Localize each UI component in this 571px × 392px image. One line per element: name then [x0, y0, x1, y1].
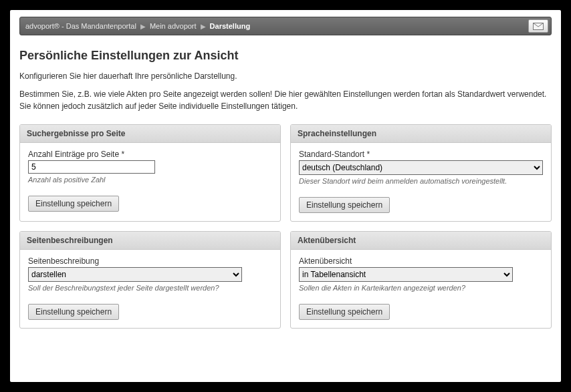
- field-label-entries-per-page: Anzahl Einträge pro Seite *: [28, 150, 272, 159]
- save-button[interactable]: Einstellung speichern: [299, 197, 390, 213]
- field-hint: Dieser Standort wird beim anmelden autom…: [299, 177, 543, 185]
- akten-overview-select[interactable]: in Tabellenansicht: [299, 267, 513, 282]
- panel-body: Anzahl Einträge pro Seite * Anzahl als p…: [20, 143, 280, 220]
- app-frame: advoport® - Das Mandantenportal ▶ Mein a…: [10, 10, 561, 382]
- envelope-icon: [533, 23, 544, 30]
- panel-language: Spracheinstellungen Standard-Standort * …: [290, 124, 552, 222]
- field-hint: Anzahl als positive Zahl: [28, 176, 272, 184]
- panel-results-per-page: Suchergebnisse pro Seite Anzahl Einträge…: [19, 124, 281, 222]
- intro-text-1: Konfigurieren Sie hier dauerhaft Ihre pe…: [19, 71, 552, 82]
- breadcrumb-item-current: Darstellung: [210, 22, 251, 30]
- panel-akten-overview: Aktenübersicht Aktenübersicht in Tabelle…: [290, 231, 552, 329]
- page-description-select[interactable]: darstellen: [28, 267, 242, 282]
- panel-body: Standard-Standort * deutsch (Deutschland…: [291, 143, 551, 221]
- panel-header: Suchergebnisse pro Seite: [20, 125, 280, 143]
- entries-per-page-input[interactable]: [28, 160, 155, 174]
- field-label-akten-overview: Aktenübersicht: [299, 256, 543, 266]
- breadcrumb-bar: advoport® - Das Mandantenportal ▶ Mein a…: [19, 17, 552, 35]
- panel-header: Aktenübersicht: [291, 232, 551, 250]
- panel-body: Aktenübersicht in Tabellenansicht Sollen…: [291, 250, 551, 328]
- panels-grid: Suchergebnisse pro Seite Anzahl Einträge…: [19, 124, 552, 329]
- panel-page-descriptions: Seitenbeschreibungen Seitenbeschreibung …: [19, 231, 281, 329]
- breadcrumb-separator-icon: ▶: [140, 23, 146, 30]
- field-hint: Sollen die Akten in Karteikarten angezei…: [299, 284, 543, 292]
- field-hint: Soll der Beschreibungstext jeder Seite d…: [28, 284, 272, 292]
- mail-button[interactable]: [528, 19, 548, 33]
- breadcrumb-separator-icon: ▶: [201, 23, 206, 30]
- panel-body: Seitenbeschreibung darstellen Soll der B…: [20, 250, 280, 328]
- field-label-page-description: Seitenbeschreibung: [28, 256, 272, 266]
- panel-header: Spracheinstellungen: [291, 125, 551, 143]
- page-title: Persönliche Einstellungen zur Ansicht: [19, 49, 552, 63]
- breadcrumb-item-root[interactable]: advoport® - Das Mandantenportal: [25, 22, 136, 30]
- save-button[interactable]: Einstellung speichern: [28, 196, 119, 212]
- save-button[interactable]: Einstellung speichern: [28, 304, 119, 320]
- panel-header: Seitenbeschreibungen: [20, 232, 280, 250]
- intro-text-2: Bestimmen Sie, z.B. wie viele Akten pro …: [19, 89, 552, 112]
- save-button[interactable]: Einstellung speichern: [299, 304, 390, 320]
- breadcrumb-item-mein-advoport[interactable]: Mein advoport: [150, 22, 197, 30]
- field-label-default-location: Standard-Standort *: [299, 150, 543, 159]
- default-location-select[interactable]: deutsch (Deutschland): [299, 160, 543, 175]
